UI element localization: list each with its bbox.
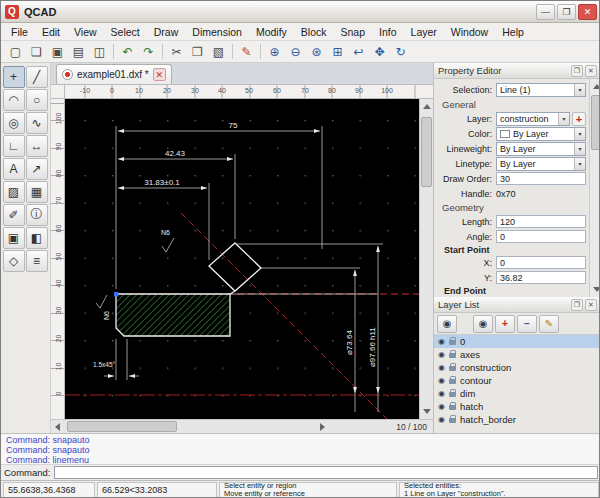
- property-editor-titlebar[interactable]: Property Editor ❐ ✕: [434, 63, 600, 79]
- layer-row[interactable]: ◉ dim: [434, 387, 600, 400]
- horizontal-scroll-track[interactable]: [65, 420, 315, 434]
- scroll-down-icon[interactable]: [423, 409, 431, 414]
- chamfer-text[interactable]: 1.5x45°: [93, 361, 116, 368]
- vertical-scroll-thumb[interactable]: [421, 117, 432, 187]
- minimize-button[interactable]: —: [536, 4, 555, 20]
- menu-layer[interactable]: Layer: [404, 24, 444, 40]
- dim-text-4243[interactable]: 42.43: [165, 149, 186, 158]
- pan-icon[interactable]: ✥: [369, 42, 390, 61]
- toggle-all-layers-visibility-icon[interactable]: ◉: [437, 315, 457, 333]
- horizontal-scrollbar[interactable]: 10 / 100: [51, 419, 433, 433]
- layer-row[interactable]: ◉ construction: [434, 361, 600, 374]
- arc-tool[interactable]: ◠: [3, 89, 25, 111]
- misc-tool[interactable]: ≡: [26, 250, 48, 272]
- lock-icon[interactable]: [449, 366, 456, 371]
- circle-tool[interactable]: ○: [26, 89, 48, 111]
- menu-dimension[interactable]: Dimension: [185, 24, 249, 40]
- draw-order-field[interactable]: 30: [496, 172, 586, 185]
- scroll-up-icon[interactable]: [593, 84, 600, 89]
- redraw-icon[interactable]: ↻: [390, 42, 411, 61]
- lineweight-combobox[interactable]: By Layer ▾: [496, 142, 586, 156]
- zoom-out-icon[interactable]: ⊖: [285, 42, 306, 61]
- selection-combobox[interactable]: Line (1) ▾: [496, 83, 586, 97]
- menu-help[interactable]: Help: [495, 24, 531, 40]
- dim-text-3183[interactable]: 31.83±0.1: [144, 178, 180, 187]
- horizontal-scroll-thumb[interactable]: [67, 421, 177, 432]
- length-field[interactable]: 120: [496, 215, 586, 228]
- menu-info[interactable]: Info: [372, 24, 404, 40]
- add-layer-icon[interactable]: +: [572, 112, 586, 126]
- lock-icon[interactable]: [449, 418, 456, 423]
- menu-view[interactable]: View: [67, 24, 104, 40]
- copy-icon[interactable]: ❐: [187, 42, 208, 61]
- eye-icon[interactable]: ◉: [438, 351, 445, 359]
- scroll-right-button[interactable]: [315, 420, 329, 434]
- spline-tool[interactable]: ∿: [26, 112, 48, 134]
- toggle-layer-visibility-icon[interactable]: ◉: [473, 315, 493, 333]
- undo-icon[interactable]: ↶: [117, 42, 138, 61]
- scroll-thumb[interactable]: [591, 95, 600, 150]
- lock-icon[interactable]: [449, 340, 456, 345]
- dia-outer-text[interactable]: ⌀97.66 h11: [368, 327, 377, 367]
- open-file-icon[interactable]: ❏: [26, 42, 47, 61]
- line-tool[interactable]: ╱: [26, 66, 48, 88]
- lock-icon[interactable]: [449, 353, 456, 358]
- layer-row[interactable]: ◉ contour: [434, 374, 600, 387]
- print-preview-icon[interactable]: ◫: [89, 42, 110, 61]
- eye-icon[interactable]: ◉: [438, 390, 445, 398]
- float-panel-icon[interactable]: ❐: [571, 65, 583, 77]
- dia-inner-text[interactable]: ⌀73.64: [345, 330, 354, 355]
- leader-tool[interactable]: ↗: [26, 158, 48, 180]
- layer-combobox[interactable]: construction ▾: [496, 112, 570, 126]
- add-layer-icon[interactable]: +: [495, 315, 515, 333]
- float-panel-icon[interactable]: ❐: [571, 299, 583, 311]
- layer-row[interactable]: ◉ hatch: [434, 400, 600, 413]
- close-panel-icon[interactable]: ✕: [585, 299, 597, 311]
- title-bar[interactable]: Q QCAD — ❐ ✕: [1, 1, 600, 23]
- eye-icon[interactable]: ◉: [438, 364, 445, 372]
- linetype-combobox[interactable]: By Layer ▾: [496, 157, 586, 171]
- menu-snap[interactable]: Snap: [334, 24, 373, 40]
- eye-icon[interactable]: ◉: [438, 403, 445, 411]
- hatch-tool[interactable]: ▨: [3, 181, 25, 203]
- scroll-up-icon[interactable]: [423, 104, 431, 109]
- menu-file[interactable]: File: [4, 24, 35, 40]
- lock-icon[interactable]: [449, 405, 456, 410]
- new-file-icon[interactable]: ▢: [5, 42, 26, 61]
- drawing-viewport[interactable]: 75 42.43 31.83±0.1 N6 N6 1.5x45° ⌀73.64 …: [65, 99, 419, 419]
- menu-window[interactable]: Window: [444, 24, 495, 40]
- zoom-in-icon[interactable]: ⊕: [264, 42, 285, 61]
- ellipse-tool[interactable]: ◎: [3, 112, 25, 134]
- print-icon[interactable]: ▤: [68, 42, 89, 61]
- close-button[interactable]: ✕: [578, 4, 597, 20]
- snap-tool[interactable]: ◇: [3, 250, 25, 272]
- surface-label-top[interactable]: N6: [161, 229, 170, 236]
- remove-layer-icon[interactable]: −: [517, 315, 537, 333]
- zoom-previous-icon[interactable]: ↩: [348, 42, 369, 61]
- surface-label-left[interactable]: N6: [103, 311, 110, 320]
- tab-close-icon[interactable]: ✕: [153, 68, 166, 81]
- layer-row[interactable]: ◉ 0: [434, 335, 600, 348]
- image-tool[interactable]: ▦: [26, 181, 48, 203]
- menu-draw[interactable]: Draw: [147, 24, 186, 40]
- redo-icon[interactable]: ↷: [138, 42, 159, 61]
- close-panel-icon[interactable]: ✕: [585, 65, 597, 77]
- command-history[interactable]: Command: snapauto Command: snapauto Comm…: [1, 433, 600, 464]
- menu-select[interactable]: Select: [104, 24, 147, 40]
- drawing-canvas[interactable]: 75 42.43 31.83±0.1 N6 N6 1.5x45° ⌀73.64 …: [65, 99, 419, 419]
- draw-pen-icon[interactable]: ✎: [236, 42, 257, 61]
- grip-point[interactable]: [114, 292, 119, 297]
- layer-row[interactable]: ◉ axes: [434, 348, 600, 361]
- scroll-down-icon[interactable]: [593, 287, 600, 292]
- start-x-field[interactable]: 0: [496, 256, 586, 269]
- save-file-icon[interactable]: ▣: [47, 42, 68, 61]
- cut-icon[interactable]: ✂: [166, 42, 187, 61]
- eye-icon[interactable]: ◉: [438, 338, 445, 346]
- text-tool[interactable]: A: [3, 158, 25, 180]
- eye-icon[interactable]: ◉: [438, 416, 445, 424]
- menu-block[interactable]: Block: [294, 24, 334, 40]
- zoom-window-icon[interactable]: ⊞: [327, 42, 348, 61]
- color-combobox[interactable]: By Layer ▾: [496, 127, 586, 141]
- hatch-region[interactable]: [116, 294, 230, 336]
- lock-icon[interactable]: [449, 392, 456, 397]
